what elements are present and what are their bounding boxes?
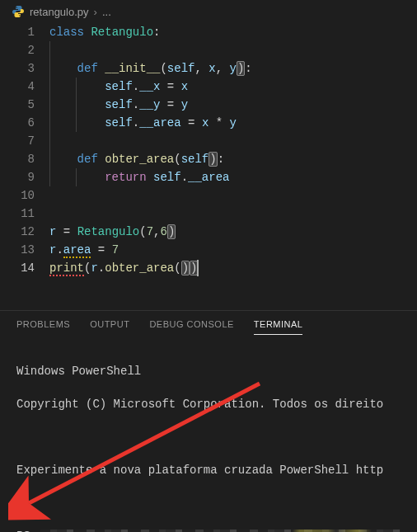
terminal-panel[interactable]: Windows PowerShell Copyright (C) Microso… <box>0 335 417 532</box>
line-number: 11 <box>0 205 35 223</box>
code-line[interactable] <box>49 205 417 223</box>
breadcrumb[interactable]: retangulo.py › ... <box>0 0 417 23</box>
line-number: 9 <box>0 168 35 186</box>
line-number: 6 <box>0 114 35 132</box>
code-line[interactable]: def __init__(self, x, y): <box>49 59 417 78</box>
code-line[interactable]: self.__y = y <box>49 96 417 114</box>
terminal-line: Copyright (C) Microsoft Corporation. Tod… <box>16 396 401 412</box>
line-number: 4 <box>0 78 35 96</box>
code-editor[interactable]: 1 2 3 4 5 6 7 8 9 10 11 12 13 14 class R… <box>0 23 417 277</box>
code-line[interactable]: print(r.obter_area()) <box>49 259 417 277</box>
code-line[interactable]: return self.__area <box>49 168 417 186</box>
line-number-gutter: 1 2 3 4 5 6 7 8 9 10 11 12 13 14 <box>0 23 49 277</box>
line-number: 2 <box>0 41 35 59</box>
code-line[interactable] <box>49 132 417 150</box>
tab-debug-console[interactable]: DEBUG CONSOLE <box>149 319 233 335</box>
line-number: 12 <box>0 223 35 241</box>
code-content[interactable]: class Retangulo: def __init__(self, x, y… <box>49 23 417 277</box>
breadcrumb-overflow[interactable]: ... <box>102 6 111 18</box>
tab-output[interactable]: OUTPUT <box>90 319 129 335</box>
code-line[interactable] <box>49 186 417 205</box>
terminal-line: Windows PowerShell <box>16 363 401 379</box>
chevron-right-icon: › <box>94 6 97 18</box>
tab-problems[interactable]: PROBLEMS <box>16 319 70 335</box>
line-number: 7 <box>0 132 35 150</box>
code-line[interactable]: def obter_area(self): <box>49 150 417 168</box>
code-line[interactable]: r.area = 7 <box>49 241 417 259</box>
code-line[interactable]: self.__area = x * y <box>49 114 417 132</box>
terminal-line: Experimente a nova plataforma cruzada Po… <box>16 462 401 478</box>
python-file-icon <box>12 5 25 18</box>
breadcrumb-filename[interactable]: retangulo.py <box>30 6 89 18</box>
line-number: 5 <box>0 96 35 114</box>
terminal-line <box>16 495 401 511</box>
text-cursor <box>197 260 199 276</box>
line-number: 3 <box>0 59 35 78</box>
tab-terminal[interactable]: TERMINAL <box>254 319 303 335</box>
line-number: 14 <box>0 259 35 277</box>
line-number: 1 <box>0 23 35 41</box>
panel-tabs: PROBLEMS OUTPUT DEBUG CONSOLE TERMINAL <box>0 310 417 335</box>
code-line[interactable]: class Retangulo: <box>49 23 417 41</box>
line-number: 10 <box>0 186 35 205</box>
code-line[interactable]: self.__x = x <box>49 78 417 96</box>
line-number: 8 <box>0 150 35 168</box>
code-line[interactable] <box>49 41 417 59</box>
terminal-line <box>16 429 401 445</box>
line-number: 13 <box>0 241 35 259</box>
terminal-line: PS <box>16 528 401 532</box>
code-line[interactable]: r = Retangulo(7,6) <box>49 223 417 241</box>
